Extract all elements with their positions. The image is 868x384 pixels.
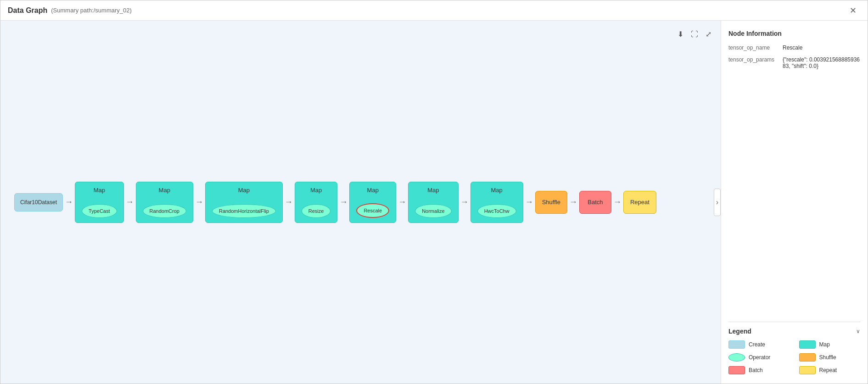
batch-label: Batch	[588, 199, 603, 206]
download-button[interactable]: ⬇	[676, 28, 685, 40]
arrow-1: →	[63, 197, 75, 207]
node-info-section: Node Information tensor_op_name Rescale …	[728, 30, 860, 322]
repeat-box[interactable]: Repeat	[623, 191, 656, 214]
node-map-randomcrop: Map RandomCrop	[136, 182, 193, 223]
map-randomcrop-label: Map	[159, 187, 170, 194]
fit-button[interactable]: ⛶	[689, 28, 700, 40]
shuffle-label: Shuffle	[542, 199, 560, 206]
legend-label-repeat: Repeat	[819, 367, 837, 373]
legend-color-create	[728, 340, 745, 349]
close-button[interactable]: ✕	[846, 4, 860, 17]
info-key-op-name: tensor_op_name	[728, 45, 779, 51]
legend-color-batch	[728, 366, 745, 374]
map-randomcrop-box[interactable]: Map RandomCrop	[136, 182, 193, 223]
nav-right-button[interactable]: ›	[714, 189, 721, 216]
legend-color-operator	[728, 353, 745, 362]
legend-section: Legend ∨ Create Map Operator	[728, 322, 860, 374]
map-resize-box[interactable]: Map Resize	[295, 182, 338, 223]
map-resize-label: Map	[310, 187, 322, 194]
legend-item-operator: Operator	[728, 353, 790, 362]
fullscreen-button[interactable]: ⤢	[704, 28, 713, 40]
window-subtitle: (Summary path:/summary_02)	[51, 7, 132, 14]
legend-label-batch: Batch	[749, 367, 763, 373]
legend-item-map: Map	[799, 340, 861, 349]
arrow-9: →	[567, 197, 579, 207]
legend-item-shuffle: Shuffle	[799, 353, 861, 362]
node-info-table: tensor_op_name Rescale tensor_op_params …	[728, 45, 860, 69]
randomhorizontalflip-ellipse: RandomHorizontalFlip	[212, 204, 276, 218]
info-key-op-params: tensor_op_params	[728, 56, 779, 69]
node-map-resize: Map Resize	[295, 182, 338, 223]
arrow-2: →	[124, 197, 136, 207]
node-map-typecast: Map TypeCast	[75, 182, 123, 223]
node-map-normalize: Map Normalize	[408, 182, 459, 223]
map-typecast-box[interactable]: Map TypeCast	[75, 182, 123, 223]
legend-color-shuffle	[799, 353, 816, 362]
shuffle-box[interactable]: Shuffle	[535, 191, 567, 214]
map-rescale-box[interactable]: Map Rescale	[349, 182, 396, 223]
node-cifar10dataset: Cifar10Dataset	[14, 193, 63, 211]
legend-item-repeat: Repeat	[799, 366, 861, 374]
node-repeat: Repeat	[623, 191, 656, 214]
map-hwctochw-label: Map	[491, 187, 503, 194]
map-rescale-label: Map	[367, 187, 379, 194]
legend-item-create: Create	[728, 340, 790, 349]
download-icon: ⬇	[678, 30, 683, 38]
right-panel: Node Information tensor_op_name Rescale …	[721, 21, 868, 384]
batch-box[interactable]: Batch	[579, 191, 611, 214]
info-row-op-params: tensor_op_params {"rescale": 0.003921568…	[728, 56, 860, 69]
randomcrop-ellipse: RandomCrop	[143, 204, 186, 218]
node-batch: Batch	[579, 191, 611, 214]
fit-icon: ⛶	[691, 30, 698, 38]
info-val-op-params: {"rescale": 0.00392156888593683, "shift"…	[783, 56, 860, 69]
map-normalize-label: Map	[427, 187, 439, 194]
map-typecast-label: Map	[94, 187, 105, 194]
arrow-6: →	[396, 197, 408, 207]
node-map-hwctochw: Map HwcToChw	[470, 182, 523, 223]
graph-toolbar: ⬇ ⛶ ⤢	[676, 28, 713, 40]
legend-label-create: Create	[749, 341, 765, 348]
legend-label-map: Map	[819, 341, 830, 348]
arrow-10: →	[611, 197, 623, 207]
legend-label-shuffle: Shuffle	[819, 354, 836, 361]
legend-item-batch: Batch	[728, 366, 790, 374]
normalize-ellipse: Normalize	[415, 204, 452, 218]
cifar10dataset-label: Cifar10Dataset	[20, 199, 57, 206]
fullscreen-icon: ⤢	[706, 30, 711, 38]
legend-title: Legend	[728, 328, 751, 335]
info-val-op-name: Rescale	[783, 45, 860, 51]
map-randomhorizontalflip-label: Map	[238, 187, 250, 194]
content-area: ⬇ ⛶ ⤢ Cifar10Dataset →	[0, 21, 868, 384]
title-left: Data Graph (Summary path:/summary_02)	[8, 6, 132, 15]
typecast-ellipse: TypeCast	[82, 204, 117, 218]
hwctochw-ellipse: HwcToChw	[477, 204, 516, 218]
map-hwctochw-box[interactable]: Map HwcToChw	[470, 182, 523, 223]
repeat-label: Repeat	[630, 199, 650, 206]
title-bar: Data Graph (Summary path:/summary_02) ✕	[0, 0, 868, 21]
window-title: Data Graph	[8, 6, 47, 15]
rescale-ellipse[interactable]: Rescale	[356, 203, 389, 218]
legend-color-map	[799, 340, 816, 349]
arrow-7: →	[459, 197, 470, 207]
legend-toggle-button[interactable]: ∨	[856, 328, 860, 334]
arrow-4: →	[283, 197, 295, 207]
node-map-randomhorizontalflip: Map RandomHorizontalFlip	[205, 182, 283, 223]
pipeline: Cifar10Dataset → Map TypeCast → Map	[14, 182, 656, 223]
cifar10dataset-box[interactable]: Cifar10Dataset	[14, 193, 63, 211]
legend-grid: Create Map Operator Shuffle	[728, 340, 860, 374]
map-randomhorizontalflip-box[interactable]: Map RandomHorizontalFlip	[205, 182, 283, 223]
arrow-5: →	[337, 197, 349, 207]
node-shuffle: Shuffle	[535, 191, 567, 214]
legend-color-repeat	[799, 366, 816, 374]
info-row-op-name: tensor_op_name Rescale	[728, 45, 860, 51]
node-map-rescale: Map Rescale	[349, 182, 396, 223]
node-info-title: Node Information	[728, 30, 860, 37]
resize-ellipse: Resize	[302, 204, 331, 218]
legend-header: Legend ∨	[728, 328, 860, 335]
graph-area: ⬇ ⛶ ⤢ Cifar10Dataset →	[0, 21, 721, 384]
main-container: Data Graph (Summary path:/summary_02) ✕ …	[0, 0, 868, 384]
map-normalize-box[interactable]: Map Normalize	[408, 182, 459, 223]
arrow-3: →	[193, 197, 205, 207]
arrow-8: →	[523, 197, 535, 207]
legend-label-operator: Operator	[749, 354, 770, 361]
